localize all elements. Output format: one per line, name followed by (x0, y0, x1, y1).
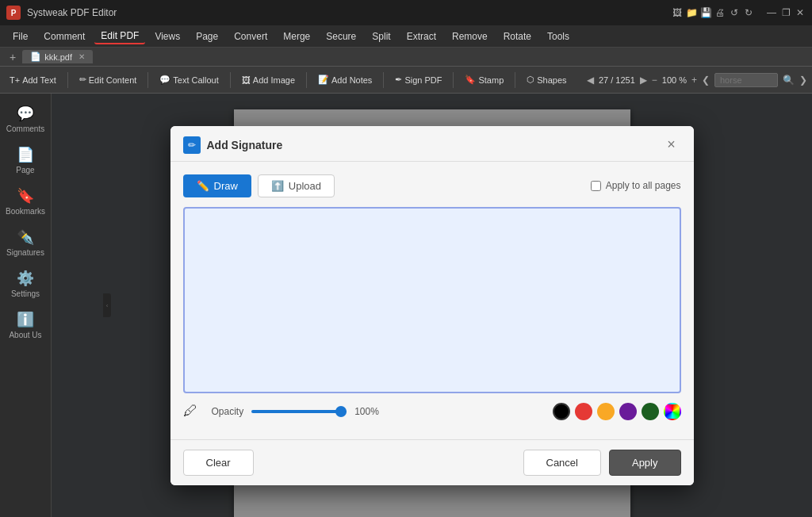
color-black[interactable] (553, 403, 570, 420)
zoom-value: 100 % (662, 75, 687, 85)
stamp-icon: 🔖 (465, 75, 476, 85)
search-button[interactable]: 🔍 (783, 75, 795, 86)
search-input[interactable] (714, 73, 778, 87)
menu-merge[interactable]: Merge (277, 29, 316, 44)
add-image-button[interactable]: 🖼 Add Image (237, 73, 300, 87)
menu-page[interactable]: Page (190, 29, 224, 44)
close-button[interactable]: ✕ (795, 7, 806, 18)
nav-right-button[interactable]: ❯ (799, 75, 807, 86)
color-purple[interactable] (619, 403, 637, 420)
settings-icon: ⚙️ (17, 270, 34, 287)
next-page-button[interactable]: ▶ (640, 75, 647, 86)
menu-tools[interactable]: Tools (541, 29, 576, 44)
menu-edit-pdf[interactable]: Edit PDF (94, 29, 145, 44)
menu-remove[interactable]: Remove (446, 29, 494, 44)
menu-comment[interactable]: Comment (37, 29, 91, 44)
dialog-body: ✏️ Draw ⬆️ Upload Apply to all pages (170, 162, 694, 433)
menu-extract[interactable]: Extract (400, 29, 442, 44)
opacity-value: 100% (354, 406, 379, 417)
menu-views[interactable]: Views (148, 29, 186, 44)
add-image-icon: 🖼 (242, 75, 251, 85)
sidebar-item-comments[interactable]: 💬 Comments (4, 100, 48, 138)
pdf-area: ‹ 307. The first Mughal emperor of India… (52, 94, 812, 517)
opacity-slider[interactable] (251, 410, 347, 413)
redo-icon[interactable]: ↻ (743, 7, 754, 18)
color-green[interactable] (642, 403, 659, 420)
toolbar: T+ Add Text ✏ Edit Content 💬 Text Callou… (0, 67, 812, 94)
save-icon[interactable]: 💾 (700, 7, 711, 18)
color-swatches (553, 403, 681, 420)
menu-rotate[interactable]: Rotate (497, 29, 538, 44)
menu-secure[interactable]: Secure (320, 29, 362, 44)
undo-icon[interactable]: ↺ (729, 7, 740, 18)
sign-pdf-button[interactable]: ✒ Sign PDF (390, 72, 446, 87)
nav-left-button[interactable]: ❮ (702, 75, 710, 86)
add-notes-button[interactable]: 📝 Add Notes (313, 72, 377, 87)
stamp-button[interactable]: 🔖 Stamp (460, 72, 508, 87)
prev-page-button[interactable]: ◀ (587, 75, 594, 86)
nav-back-icon[interactable]: 🖼 (672, 7, 683, 18)
draw-tab-icon: ✏️ (197, 180, 209, 192)
print-icon[interactable]: 🖨 (714, 7, 726, 18)
tab-close-icon[interactable]: ✕ (79, 52, 85, 61)
zoom-in-button[interactable]: + (691, 75, 697, 86)
color-rainbow[interactable] (664, 403, 681, 420)
window-controls: 🖼 📁 💾 🖨 ↺ ↻ — ❐ ✕ (672, 7, 806, 18)
opacity-row: 🖊 Opacity 100% (183, 403, 681, 420)
new-tab-button[interactable]: + (3, 49, 22, 65)
dialog-overlay: ✏ Add Signature × ✏️ Draw ⬆️ (52, 94, 812, 517)
tab-kkk-pdf[interactable]: 📄 kkk.pdf ✕ (22, 50, 93, 63)
tab-draw[interactable]: ✏️ Draw (183, 174, 251, 197)
comments-icon: 💬 (17, 105, 34, 122)
cancel-button[interactable]: Cancel (523, 450, 601, 476)
menu-convert[interactable]: Convert (228, 29, 274, 44)
toolbar-sep-4 (306, 72, 307, 88)
eraser-icon[interactable]: 🖊 (183, 403, 197, 419)
sidebar-item-signatures[interactable]: ✒️ Signatures (4, 224, 48, 262)
toolbar-right: ◀ 27 / 1251 ▶ − 100 % + ❮ 🔍 ❯ (587, 73, 807, 87)
color-yellow[interactable] (597, 403, 615, 420)
dialog-close-button[interactable]: × (662, 136, 681, 155)
toolbar-sep-1 (67, 72, 68, 88)
menu-file[interactable]: File (6, 29, 34, 44)
tab-pdf-icon: 📄 (30, 52, 41, 62)
sidebar-item-settings[interactable]: ⚙️ Settings (4, 265, 48, 303)
draw-canvas[interactable] (183, 207, 681, 393)
restore-button[interactable]: ❐ (780, 7, 791, 18)
color-red[interactable] (575, 403, 592, 420)
shapes-button[interactable]: ⬡ Shapes (522, 72, 571, 87)
minimize-button[interactable]: — (766, 7, 777, 18)
folder-icon[interactable]: 📁 (686, 7, 697, 18)
main-layout: 💬 Comments 📄 Page 🔖 Bookmarks ✒️ Signatu… (0, 94, 812, 517)
apply-to-all-pages-checkbox[interactable] (591, 181, 601, 191)
edit-content-icon: ✏ (79, 75, 86, 85)
toolbar-sep-2 (147, 72, 148, 88)
sign-pdf-icon: ✒ (395, 75, 402, 85)
sidebar-item-bookmarks[interactable]: 🔖 Bookmarks (4, 182, 48, 220)
tab-upload[interactable]: ⬆️ Upload (258, 174, 335, 197)
add-signature-dialog: ✏ Add Signature × ✏️ Draw ⬆️ (170, 126, 694, 485)
about-us-icon: ℹ️ (17, 311, 34, 328)
dialog-title: Add Signature (207, 139, 283, 151)
signatures-icon: ✒️ (17, 228, 34, 246)
dialog-title-row: ✏ Add Signature (183, 136, 283, 154)
zoom-out-button[interactable]: − (652, 75, 657, 86)
add-text-button[interactable]: T+ Add Text (5, 73, 61, 87)
apply-button[interactable]: Apply (609, 450, 681, 476)
tab-bar: + 📄 kkk.pdf ✕ (0, 48, 812, 67)
sidebar-item-page[interactable]: 📄 Page (4, 141, 48, 179)
toolbar-sep-3 (230, 72, 231, 88)
title-bar: P Systweak PDF Editor 🖼 📁 💾 🖨 ↺ ↻ — ❐ ✕ (0, 0, 812, 25)
sidebar-item-about-us[interactable]: ℹ️ About Us (4, 306, 48, 344)
menu-bar: File Comment Edit PDF Views Page Convert… (0, 25, 812, 48)
edit-content-button[interactable]: ✏ Edit Content (75, 72, 142, 87)
toolbar-sep-6 (453, 72, 454, 88)
shapes-icon: ⬡ (527, 75, 534, 85)
tab-label: kkk.pdf (44, 52, 72, 62)
text-callout-button[interactable]: 💬 Text Callout (155, 72, 223, 87)
page-info: 27 / 1251 (599, 75, 635, 85)
clear-button[interactable]: Clear (183, 450, 254, 476)
app-logo: P (6, 6, 21, 20)
toolbar-sep-5 (383, 72, 384, 88)
menu-split[interactable]: Split (366, 29, 396, 44)
